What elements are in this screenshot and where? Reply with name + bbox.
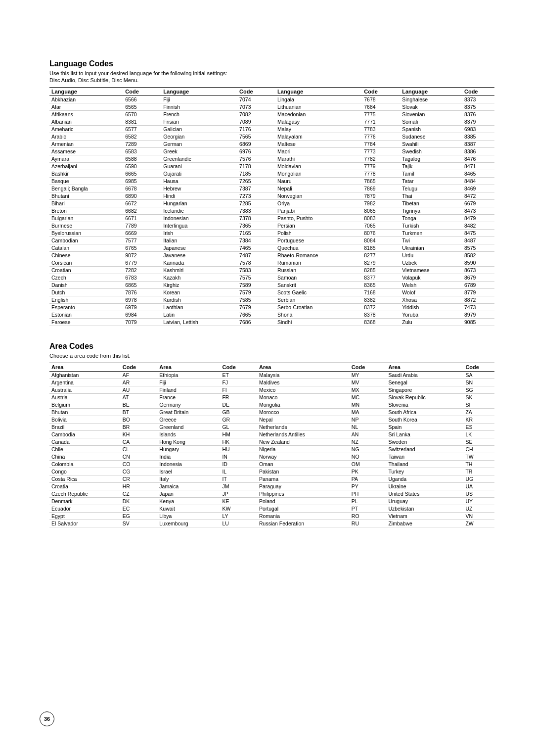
area-name: Uruguay bbox=[380, 498, 463, 505]
language-code: 8372 bbox=[362, 304, 394, 311]
language-code: 8084 bbox=[362, 237, 394, 244]
language-name: Afrikaans bbox=[49, 111, 123, 118]
language-name: Nepali bbox=[269, 185, 362, 192]
table-row: Czech RepublicCZJapanJPPhilippinesPHUnit… bbox=[49, 490, 494, 498]
language-name: Scots Gaelic bbox=[269, 289, 362, 296]
area-name: Germany bbox=[151, 401, 220, 409]
area-code: FR bbox=[220, 394, 251, 401]
language-name: Bashkir bbox=[49, 170, 123, 178]
area-name: Bhutan bbox=[49, 409, 121, 416]
language-name: Catalan bbox=[49, 244, 123, 252]
language-code: 7784 bbox=[362, 141, 394, 148]
area-code: MN bbox=[350, 401, 381, 409]
language-code: 7178 bbox=[237, 163, 269, 170]
area-name: Italy bbox=[151, 475, 220, 483]
area-code: SN bbox=[463, 379, 494, 386]
area-name: Saudi Arabia bbox=[380, 372, 463, 379]
language-code: 8679 bbox=[462, 274, 494, 282]
area-code: SG bbox=[463, 386, 494, 394]
language-name: Welsh bbox=[394, 282, 462, 289]
language-name: Arabic bbox=[49, 133, 123, 141]
language-code: 7783 bbox=[362, 126, 394, 133]
area-code: VN bbox=[463, 513, 494, 520]
area-name: Croatia bbox=[49, 483, 121, 490]
area-code: SA bbox=[463, 372, 494, 379]
language-code: 7982 bbox=[362, 200, 394, 207]
area-code: AU bbox=[121, 386, 152, 394]
table-row: El SalvadorSVLuxembourgLURussian Federat… bbox=[49, 520, 494, 527]
language-name: Thai bbox=[394, 192, 462, 200]
language-code: 8365 bbox=[362, 282, 394, 289]
language-name: Yiddish bbox=[394, 304, 462, 311]
area-name: Islands bbox=[151, 431, 220, 438]
area-name: Kuwait bbox=[151, 505, 220, 513]
language-code: 6583 bbox=[123, 148, 155, 155]
area-code: PH bbox=[350, 490, 381, 498]
area-name: South Korea bbox=[380, 416, 463, 424]
table-row: EgyptEGLibyaLYRomaniaROVietnamVN bbox=[49, 513, 494, 520]
language-name: Serbian bbox=[269, 296, 362, 304]
language-name: Lithuanian bbox=[269, 103, 362, 111]
area-name: Ukraine bbox=[380, 483, 463, 490]
language-code: 8377 bbox=[362, 274, 394, 282]
language-code: 8471 bbox=[462, 163, 494, 170]
language-code: 7576 bbox=[237, 155, 269, 163]
area-code: CN bbox=[121, 453, 152, 461]
area-name: Hong Kong bbox=[151, 438, 220, 446]
language-code: 8375 bbox=[462, 103, 494, 111]
area-code: UG bbox=[463, 475, 494, 483]
table-row: Catalan6765Japanese7465Quechua8185Ukrain… bbox=[49, 244, 494, 252]
language-code: 7282 bbox=[123, 267, 155, 274]
language-name: Irish bbox=[155, 230, 237, 237]
area-name: Uganda bbox=[380, 475, 463, 483]
language-name: Tajik bbox=[394, 163, 462, 170]
area-name: Chile bbox=[49, 446, 121, 453]
area-name: Luxembourg bbox=[151, 520, 220, 527]
area-name: Panama bbox=[251, 475, 350, 483]
table-row: Bengali; Bangla6678Hebrew7387Nepali7869T… bbox=[49, 185, 494, 192]
language-code: 7575 bbox=[237, 274, 269, 282]
language-code: 8185 bbox=[362, 244, 394, 252]
area-name: Denmark bbox=[49, 498, 121, 505]
language-code: 8872 bbox=[462, 296, 494, 304]
language-name: Lingala bbox=[269, 96, 362, 103]
language-name: Norwegian bbox=[269, 192, 362, 200]
lang-header-4: Language bbox=[394, 88, 462, 96]
language-name: Portuguese bbox=[269, 237, 362, 244]
language-code: 7176 bbox=[237, 126, 269, 133]
language-name: Sanskrit bbox=[269, 282, 362, 289]
table-row: Burmese7789Interlingua7365Persian7065Tur… bbox=[49, 222, 494, 230]
language-code: 6865 bbox=[123, 282, 155, 289]
language-code: 6588 bbox=[123, 155, 155, 163]
language-code: 6783 bbox=[123, 274, 155, 282]
area-code: LU bbox=[220, 520, 251, 527]
language-name: Croatian bbox=[49, 267, 123, 274]
language-name: Hebrew bbox=[155, 185, 237, 192]
language-name: Tibetan bbox=[394, 200, 462, 207]
language-code: 8582 bbox=[462, 252, 494, 259]
language-code: 8475 bbox=[462, 230, 494, 237]
language-name: Laothian bbox=[155, 304, 237, 311]
area-name: Nepal bbox=[251, 416, 350, 424]
area-code: BO bbox=[121, 416, 152, 424]
language-name: Tatar bbox=[394, 178, 462, 185]
table-row: Breton6682Icelandic7383Panjabi8065Tigrin… bbox=[49, 207, 494, 215]
language-name: Kazakh bbox=[155, 274, 237, 282]
language-code: 8381 bbox=[123, 118, 155, 126]
area-code: FJ bbox=[220, 379, 251, 386]
language-code: 7678 bbox=[362, 96, 394, 103]
language-name: Pashto, Pushto bbox=[269, 215, 362, 222]
area-code: CG bbox=[121, 468, 152, 475]
language-code: 8473 bbox=[462, 207, 494, 215]
language-name: French bbox=[155, 111, 237, 118]
table-row: Abkhazian6566Fiji7074Lingala7678Singhale… bbox=[49, 96, 494, 103]
area-codes-title: Area Codes bbox=[49, 342, 494, 351]
language-name: Maori bbox=[269, 148, 362, 155]
language-name: Latvian, Lettish bbox=[155, 319, 237, 326]
language-name: Faroese bbox=[49, 319, 123, 326]
area-name: Romania bbox=[251, 513, 350, 520]
area-code: CL bbox=[121, 446, 152, 453]
language-code: 7589 bbox=[237, 282, 269, 289]
language-name: Bhutani bbox=[49, 192, 123, 200]
area-name: El Salvador bbox=[49, 520, 121, 527]
